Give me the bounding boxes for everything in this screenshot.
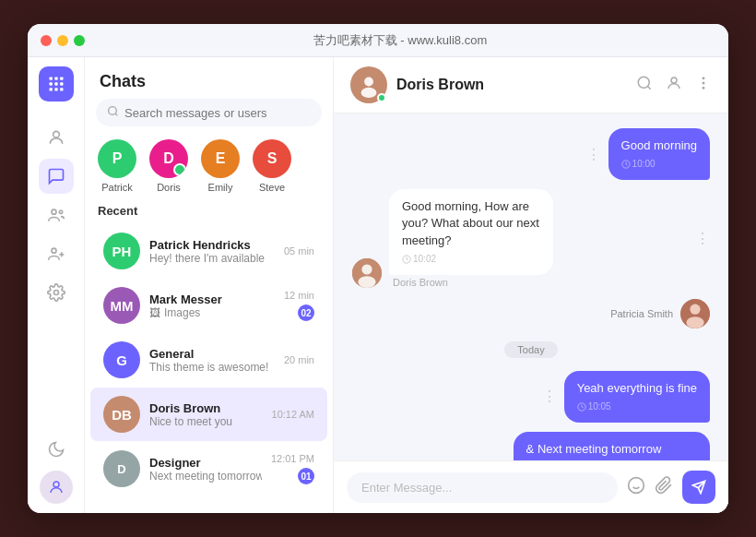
chat-name-designer: Designer	[149, 456, 262, 470]
send-button[interactable]	[682, 471, 715, 504]
msg-bubble-6: & Next meeting tomorrow 10.00AM 10:05	[514, 432, 710, 460]
svg-point-12	[52, 248, 56, 253]
sidebar-item-add-group[interactable]	[39, 236, 74, 271]
msg-time-2: 10:02	[402, 253, 540, 266]
svg-point-31	[358, 276, 375, 288]
svg-point-26	[703, 82, 704, 84]
message-6: ⋮ & Next meeting tomorrow 10.00AM 10:05	[352, 432, 710, 460]
message-1: ⋮ Good morning 10:00	[352, 128, 710, 180]
emoji-icon[interactable]	[627, 476, 645, 499]
contact-avatar	[350, 66, 387, 103]
patricia-name: Patricia Smith	[610, 308, 673, 319]
sidebar-item-chat[interactable]	[39, 159, 74, 194]
pinned-label-emily: Emily	[208, 182, 233, 193]
chat-avatar-general: G	[103, 341, 140, 378]
date-pill: Today	[504, 341, 557, 358]
msg-sender-name-2: Doris Brown	[389, 277, 688, 288]
chat-badge-designer: 01	[298, 468, 314, 484]
svg-rect-4	[54, 82, 57, 85]
svg-line-18	[115, 113, 117, 115]
contact-info-icon[interactable]	[666, 75, 682, 96]
traffic-lights	[41, 35, 85, 46]
pinned-user-emily[interactable]: E Emily	[201, 139, 240, 193]
search-chat-icon[interactable]	[636, 75, 653, 96]
chat-item-patrick[interactable]: PH Patrick Hendricks Hey! there I'm avai…	[90, 224, 327, 278]
chat-preview-patrick: Hey! there I'm available	[149, 252, 275, 265]
svg-point-17	[109, 107, 117, 115]
attach-icon[interactable]	[655, 476, 673, 499]
messages-area: ⋮ Good morning 10:00	[334, 113, 728, 460]
chat-preview-mark: 🖼 Images	[149, 306, 275, 319]
chat-name-mark: Mark Messer	[149, 292, 275, 306]
svg-point-34	[690, 304, 700, 314]
svg-point-9	[53, 131, 59, 137]
svg-point-22	[638, 77, 649, 88]
chat-main: Doris Brown	[334, 57, 728, 513]
chat-info-mark: Mark Messer 🖼 Images	[149, 292, 275, 319]
online-indicator	[377, 93, 386, 102]
chat-topbar: Doris Brown	[334, 57, 728, 113]
app-logo[interactable]	[39, 66, 74, 101]
chat-preview-designer: Next meeting tomorrow 10.00AM	[149, 470, 262, 483]
topbar-actions	[636, 75, 712, 96]
msg-options-5[interactable]: ⋮	[542, 388, 557, 405]
chat-list: PH Patrick Hendricks Hey! there I'm avai…	[85, 223, 333, 513]
chat-time-doris: 10:12 AM	[272, 409, 314, 420]
pinned-user-steve[interactable]: S Steve	[253, 139, 291, 193]
svg-rect-3	[49, 82, 52, 85]
chat-avatar-patrick: PH	[103, 233, 140, 269]
pinned-user-doris[interactable]: D Doris	[149, 139, 188, 193]
more-options-icon[interactable]	[695, 75, 712, 96]
sidebar-item-groups[interactable]	[39, 197, 74, 233]
chat-badge-mark: 02	[298, 304, 314, 321]
svg-point-10	[52, 209, 56, 214]
pinned-label-steve: Steve	[259, 182, 285, 193]
chat-item-doris[interactable]: DB Doris Brown Nice to meet you 10:12 AM	[90, 388, 327, 441]
chat-name-general: General	[149, 347, 275, 361]
image-icon: 🖼	[149, 306, 160, 319]
message-input[interactable]	[347, 472, 618, 503]
chat-preview-general: This theme is awesome!	[149, 361, 275, 374]
avatar-emily: E	[201, 139, 240, 178]
msg-text-6: & Next meeting tomorrow 10.00AM	[526, 441, 697, 460]
svg-point-16	[53, 482, 59, 487]
sidebar-item-settings[interactable]	[39, 275, 74, 310]
chat-item-mark[interactable]: MM Mark Messer 🖼 Images 12 min 02	[90, 279, 327, 332]
msg-bubble-5: Yeah everything is fine 10:05	[564, 371, 710, 423]
svg-point-35	[686, 316, 703, 328]
maximize-button[interactable]	[74, 35, 85, 46]
close-button[interactable]	[41, 35, 52, 46]
sidebar-item-profile[interactable]	[39, 120, 74, 155]
chat-item-general[interactable]: G General This theme is awesome! 20 min	[90, 333, 327, 387]
chat-info-designer: Designer Next meeting tomorrow 10.00AM	[149, 456, 262, 483]
search-input[interactable]	[124, 106, 311, 120]
chat-name-doris: Doris Brown	[149, 401, 263, 415]
msg-avatar-doris	[352, 258, 382, 288]
input-bar	[334, 460, 728, 513]
sidebar-item-theme[interactable]	[39, 432, 74, 467]
chat-avatar-doris: DB	[103, 396, 140, 433]
message-5: ⋮ Yeah everything is fine 10:05	[352, 371, 710, 423]
svg-rect-1	[54, 78, 57, 80]
chat-name-patrick: Patrick Hendricks	[149, 238, 275, 252]
svg-point-20	[364, 78, 373, 87]
minimize-button[interactable]	[57, 35, 68, 46]
chat-time-general: 20 min	[284, 354, 314, 365]
avatar-doris: D	[149, 139, 188, 178]
chat-meta-mark: 12 min 02	[284, 290, 314, 321]
svg-rect-2	[60, 78, 63, 80]
sidebar	[28, 57, 85, 513]
svg-point-21	[361, 88, 377, 98]
titlebar: 苦力吧素材下载 - www.kuli8.com	[28, 24, 728, 57]
msg-options-2[interactable]: ⋮	[695, 230, 710, 247]
sidebar-item-user-avatar[interactable]	[40, 471, 73, 504]
pinned-user-patrick[interactable]: P Patrick	[98, 139, 136, 193]
patricia-row: Patricia Smith	[352, 299, 710, 328]
chat-item-designer[interactable]: D Designer Next meeting tomorrow 10.00AM…	[90, 442, 327, 495]
msg-options-1[interactable]: ⋮	[586, 146, 601, 163]
svg-rect-0	[49, 78, 52, 80]
pinned-users-row: P Patrick D Doris E Emily S Steve	[85, 136, 333, 202]
chat-meta-general: 20 min	[284, 354, 314, 365]
svg-point-25	[703, 78, 704, 79]
search-box[interactable]	[96, 99, 322, 126]
